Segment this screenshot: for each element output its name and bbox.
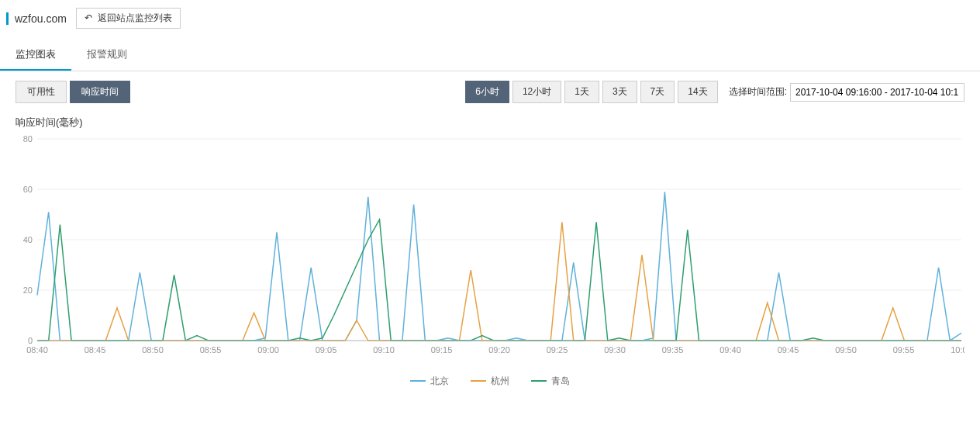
svg-text:09:40: 09:40	[719, 345, 741, 355]
response-time-chart: 02040608008:4008:4508:5008:5509:0009:050…	[16, 134, 964, 367]
tab-1[interactable]: 报警规则	[71, 40, 143, 71]
svg-text:08:50: 08:50	[142, 345, 164, 355]
tab-0[interactable]: 监控图表	[0, 40, 71, 71]
svg-text:10:00: 10:00	[951, 345, 964, 355]
time-range-label: 选择时间范围:	[729, 85, 787, 99]
back-button[interactable]: ↶ 返回站点监控列表	[76, 8, 181, 29]
svg-text:80: 80	[23, 134, 33, 144]
time-range-input[interactable]	[790, 83, 964, 102]
legend-label: 北京	[430, 375, 449, 388]
svg-text:09:55: 09:55	[893, 345, 915, 355]
page-title: wzfou.com	[6, 12, 67, 25]
legend-item-0[interactable]: 北京	[410, 375, 449, 388]
svg-text:08:40: 08:40	[26, 345, 48, 355]
legend-item-2[interactable]: 青岛	[531, 375, 570, 388]
svg-text:0: 0	[28, 336, 33, 345]
range-btn-1[interactable]: 12小时	[512, 81, 561, 103]
svg-text:09:50: 09:50	[835, 345, 857, 355]
legend-item-1[interactable]: 杭州	[471, 375, 509, 388]
svg-text:09:05: 09:05	[316, 345, 337, 355]
legend-label: 青岛	[551, 375, 570, 388]
svg-text:09:00: 09:00	[257, 345, 279, 355]
svg-text:60: 60	[23, 185, 33, 194]
legend-swatch-icon	[410, 380, 426, 382]
metric-tab-0[interactable]: 可用性	[16, 81, 67, 103]
svg-text:08:55: 08:55	[200, 345, 222, 355]
metric-tab-1[interactable]: 响应时间	[70, 81, 130, 103]
main-tabs: 监控图表报警规则	[0, 40, 980, 71]
back-button-label: 返回站点监控列表	[98, 12, 172, 23]
back-arrow-icon: ↶	[85, 12, 92, 23]
svg-text:09:10: 09:10	[373, 345, 395, 355]
svg-text:40: 40	[23, 235, 33, 244]
legend-label: 杭州	[491, 375, 509, 388]
metric-tabs: 可用性响应时间	[16, 81, 133, 103]
svg-text:09:25: 09:25	[547, 345, 568, 355]
legend-swatch-icon	[531, 380, 547, 382]
svg-text:09:15: 09:15	[431, 345, 453, 355]
svg-text:09:20: 09:20	[488, 345, 510, 355]
range-btn-4[interactable]: 7天	[640, 81, 675, 103]
svg-text:09:35: 09:35	[662, 345, 684, 355]
chart-title: 响应时间(毫秒)	[16, 116, 964, 130]
svg-text:20: 20	[23, 285, 33, 295]
range-btn-0[interactable]: 6小时	[465, 81, 509, 103]
svg-text:08:45: 08:45	[85, 345, 106, 355]
legend-swatch-icon	[471, 380, 486, 382]
svg-text:09:30: 09:30	[604, 345, 626, 355]
range-btn-5[interactable]: 14天	[678, 81, 717, 103]
range-btn-2[interactable]: 1天	[564, 81, 599, 103]
chart-legend: 北京杭州青岛	[16, 367, 964, 393]
svg-text:09:45: 09:45	[778, 345, 799, 355]
range-btn-3[interactable]: 3天	[602, 81, 637, 103]
range-buttons: 6小时12小时1天3天7天14天	[465, 81, 720, 103]
